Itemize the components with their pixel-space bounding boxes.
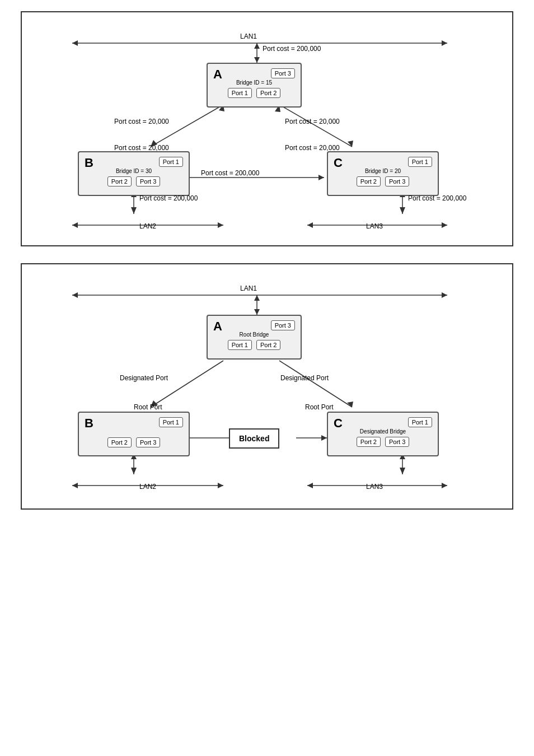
d2-lan2-label: LAN2 [139,483,156,491]
bridge-c-letter: C [334,156,343,170]
d2-bridge-a: A Port 3 Root Bridge Port 1 Port 2 [207,315,302,360]
d2-bridge-c-port1: Port 1 [408,417,432,427]
d2-bridge-b-port1: Port 1 [159,417,183,427]
svg-marker-22 [400,207,405,214]
d2-bridge-b-port3: Port 3 [136,437,160,447]
svg-line-9 [279,105,352,147]
d2-bridge-a-port2: Port 2 [256,340,280,350]
svg-marker-51 [307,483,313,488]
d2-bridge-a-port3: Port 3 [271,320,295,330]
root-port-right: Root Port [305,403,334,411]
d2-bridge-c-port3: Port 3 [385,437,409,447]
svg-marker-20 [218,222,223,228]
svg-marker-25 [307,222,313,228]
d2-bridge-c: C Port 1 Designated Bridge Port 2 Port 3 [327,412,439,456]
svg-marker-48 [400,468,405,474]
svg-marker-31 [254,309,260,315]
bridge-c: C Port 1 Bridge ID = 20 Port 2 Port 3 [327,151,439,196]
bridge-b-port1: Port 1 [159,157,183,167]
svg-line-35 [279,361,352,407]
lan2-label: LAN2 [139,222,156,230]
designated-port-left: Designated Port [120,374,168,382]
root-port-left: Root Port [134,403,162,411]
bridge-b-port3: Port 3 [136,176,160,186]
bridge-a: A Port 3 Bridge ID = 15 Port 1 Port 2 [207,63,302,108]
designated-port-right: Designated Port [280,374,329,382]
bridge-c-port2: Port 2 [357,176,381,186]
diagram1: LAN1 Port cost = 200,000 A Port 3 Bridge… [21,11,513,246]
lan3-label: LAN3 [366,222,383,230]
svg-marker-19 [72,222,78,228]
d2-bridge-b: B Port 1 Port 2 Port 3 [78,412,190,456]
d2-bridge-a-port1: Port 1 [228,340,252,350]
blocked-box: Blocked [229,428,279,449]
bridge-b-port2: Port 2 [107,176,132,186]
d2-bridge-a-id: Root Bridge [213,332,295,338]
bridge-a-id: Bridge ID = 15 [213,80,295,86]
svg-marker-16 [131,207,137,214]
d2-bridge-b-port2: Port 2 [107,437,132,447]
cost-b-c: Port cost = 200,000 [201,169,259,177]
bridge-b-id: Bridge ID = 30 [85,168,183,174]
d2-lan3-label: LAN3 [366,483,383,491]
svg-marker-46 [218,483,223,488]
svg-marker-45 [72,483,78,488]
svg-marker-1 [72,40,78,46]
svg-marker-14 [318,175,324,180]
bridge-a-port3: Port 3 [271,68,295,78]
cost-a-b-left: Port cost = 20,000 [114,118,169,125]
svg-marker-4 [254,57,260,63]
cost-b-left: Port cost = 20,000 [114,144,169,152]
diagram2: LAN1 A Port 3 Root Bridge Port 1 Port 2 … [21,263,513,510]
svg-marker-32 [254,295,260,301]
svg-marker-40 [321,435,327,441]
svg-line-33 [151,361,223,407]
bridge-a-port2: Port 2 [256,88,280,98]
bridge-b: B Port 1 Bridge ID = 30 Port 2 Port 3 [78,151,190,196]
svg-line-6 [151,105,223,147]
cost-c-right: Port cost = 20,000 [285,144,340,152]
d2-bridge-c-port2: Port 2 [357,437,381,447]
bridge-a-port1: Port 1 [228,88,252,98]
cost-a-c-right: Port cost = 20,000 [285,118,340,125]
bridge-b-letter: B [85,156,93,170]
d2-bridge-b-letter: B [85,416,93,431]
d2-bridge-b-id [85,428,183,435]
d2-bridge-c-letter: C [334,416,343,431]
d2-bridge-c-id: Designated Bridge [334,428,432,435]
svg-marker-36 [347,402,353,407]
diagram2-svg [22,264,512,508]
lan1-label: LAN1 [240,32,257,40]
svg-marker-29 [442,292,447,298]
bridge-a-letter: A [213,67,222,82]
svg-marker-52 [442,483,447,488]
lan2-cost: Port cost = 200,000 [139,194,198,202]
d2-lan1-label: LAN1 [240,284,257,292]
bridge-c-port3: Port 3 [385,176,409,186]
bridge-c-id: Bridge ID = 20 [334,168,432,174]
lan3-cost: Port cost = 200,000 [408,194,466,202]
svg-marker-26 [442,222,447,228]
bridge-c-port1: Port 1 [408,157,432,167]
svg-marker-2 [442,40,447,46]
svg-marker-28 [72,292,78,298]
svg-marker-42 [131,468,137,474]
svg-marker-10 [348,141,353,147]
d2-bridge-a-letter: A [213,319,222,334]
svg-marker-5 [254,43,260,49]
lan1-cost: Port cost = 200,000 [263,45,321,53]
